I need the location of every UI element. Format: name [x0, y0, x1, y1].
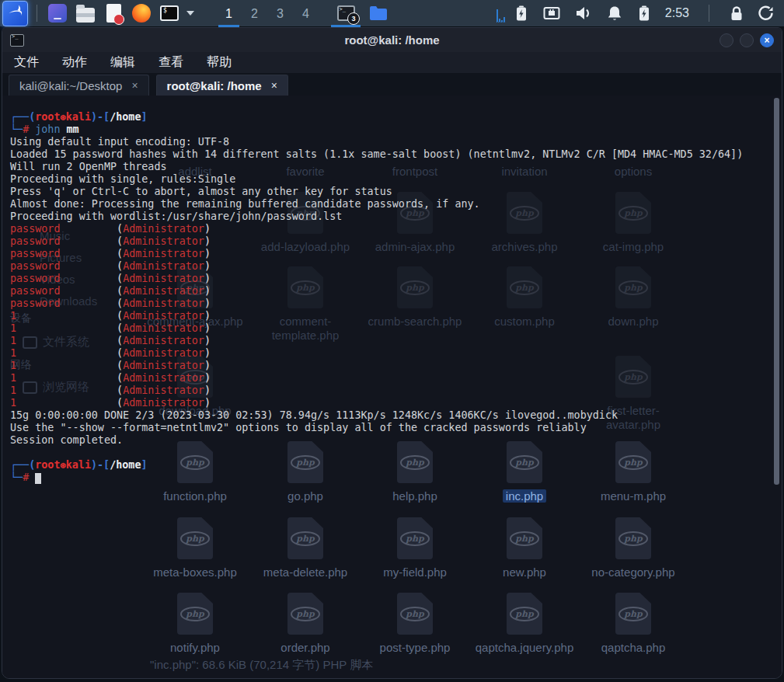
php-file-icon: php — [397, 517, 433, 559]
terminal-window-button[interactable]: 3 — [329, 0, 362, 27]
firefox-launcher[interactable] — [130, 2, 153, 25]
php-file-icon: php — [177, 517, 213, 559]
terminal-line: password (Administrator) — [10, 248, 743, 260]
window-count-badge: 3 — [347, 12, 360, 25]
file-manager-icon — [76, 8, 95, 23]
logout-icon[interactable] — [758, 5, 775, 22]
kali-menu-button[interactable] — [2, 1, 28, 26]
file-label: notify.php — [143, 641, 247, 655]
file-label: meta-boxes.php — [143, 565, 247, 579]
menu-item-3[interactable]: 查看 — [159, 54, 183, 71]
terminal[interactable]: "inc.php": 68.6 KiB (70,214 字节) PHP 脚本 a… — [2, 96, 782, 678]
window-manager-icon — [48, 4, 67, 23]
kali-logo-icon — [7, 3, 24, 23]
menu-bar: 文件动作编辑查看帮助 — [2, 52, 782, 73]
battery-icon[interactable] — [514, 5, 529, 22]
file-label: new.php — [472, 565, 577, 579]
terminal-line: 1 (Administrator) — [10, 384, 743, 397]
lock-icon[interactable] — [729, 5, 744, 22]
titlebar[interactable]: root@kali: /home × — [2, 28, 782, 52]
text-editor-icon — [106, 4, 121, 23]
terminal-line: 1 (Administrator) — [10, 397, 743, 409]
terminal-line — [10, 447, 743, 459]
desktop: 1234 3 — [0, 0, 784, 682]
terminal-line: 1 (Administrator) — [10, 347, 743, 360]
menu-item-2[interactable]: 编辑 — [110, 54, 135, 71]
terminal-line: Use the "--show --format=netntlmv2" opti… — [10, 422, 743, 434]
text-editor-launcher[interactable] — [102, 2, 125, 25]
php-file-icon: php — [287, 593, 323, 635]
terminal-line: password (Administrator) — [10, 298, 743, 310]
close-button[interactable]: × — [760, 33, 774, 47]
workspace-3[interactable]: 3 — [267, 0, 293, 27]
panel-separator — [709, 5, 709, 22]
top-panel: 1234 3 — [0, 0, 784, 27]
menu-item-0[interactable]: 文件 — [14, 54, 39, 71]
menu-item-1[interactable]: 动作 — [62, 54, 87, 71]
minimize-button[interactable] — [720, 33, 733, 47]
terminal-line: Press 'q' or Ctrl-C to abort, almost any… — [10, 186, 743, 198]
tab-0[interactable]: kali@kali:~/Desktop× — [9, 75, 149, 96]
php-file-icon: php — [507, 517, 542, 559]
file-manager-statusbar-ghost: "inc.php": 68.6 KiB (70,214 字节) PHP 脚本 — [150, 658, 373, 673]
panel-separator — [37, 5, 37, 22]
maximize-button[interactable] — [740, 33, 754, 47]
terminal-line: Proceeding with single, rules:Single — [10, 173, 743, 186]
file-label: my-field.php — [363, 565, 467, 579]
file-label: function.php — [143, 489, 247, 503]
terminal-line: Almost done: Processing the remaining bu… — [10, 198, 743, 211]
file-label: go.php — [253, 489, 357, 503]
tab-close-icon[interactable]: × — [271, 79, 277, 92]
volume-icon[interactable] — [574, 5, 593, 22]
workspace-1[interactable]: 1 — [216, 0, 242, 27]
terminal-launcher-icon — [160, 5, 179, 21]
file-label: help.php — [363, 489, 467, 503]
window-list: 3 — [329, 0, 395, 27]
terminal-line: password (Administrator) — [10, 285, 743, 298]
power-manager-battery-icon[interactable] — [636, 5, 652, 22]
file-label: qaptcha.php — [581, 641, 685, 655]
tab-close-icon[interactable]: × — [131, 79, 138, 92]
notifications-bell-icon[interactable] — [606, 5, 623, 22]
file-label-selected: inc.php — [472, 489, 577, 503]
terminal-line: Will run 2 OpenMP threads — [10, 161, 743, 173]
menu-item-4[interactable]: 帮助 — [207, 54, 232, 71]
terminal-line: Proceeding with wordlist:/usr/share/john… — [10, 211, 743, 223]
tab-1[interactable]: root@kali: /home× — [156, 75, 288, 96]
php-file-icon: php — [177, 593, 213, 635]
file-label: meta-delete.php — [253, 565, 357, 579]
terminal-line: password (Administrator) — [10, 235, 743, 248]
terminal-line: └─# john mm — [10, 124, 743, 136]
php-file-icon: php — [507, 593, 542, 635]
tab-bar: kali@kali:~/Desktop×root@kali: /home× — [2, 73, 782, 96]
window-manager-launcher[interactable] — [46, 2, 69, 25]
panel-right: 2:53 — [497, 0, 784, 27]
terminal-line: ┌──(root⊛kali)-[/home] — [10, 459, 743, 471]
tab-label: kali@kali:~/Desktop — [19, 79, 122, 92]
file-label: post-type.php — [363, 641, 467, 655]
terminal-window: root@kali: /home × 文件动作编辑查看帮助 kali@kali:… — [2, 27, 782, 679]
file-manager-window-button[interactable] — [362, 0, 395, 27]
chevron-down-icon[interactable] — [186, 11, 194, 16]
terminal-line: Session completed. — [10, 434, 743, 447]
terminal-launcher[interactable] — [158, 2, 181, 25]
workspace-pager: 1234 — [216, 0, 319, 27]
terminal-line: 1 (Administrator) — [10, 360, 743, 372]
terminal-line: 1 (Administrator) — [10, 335, 743, 347]
php-file-icon: php — [397, 593, 433, 635]
terminal-line: 1 (Administrator) — [10, 322, 743, 335]
file-manager-launcher[interactable] — [74, 2, 97, 25]
php-file-icon: php — [615, 517, 651, 559]
window-terminal-icon[interactable] — [10, 34, 24, 47]
firefox-icon — [132, 4, 151, 23]
terminal-line: password (Administrator) — [10, 260, 743, 273]
terminal-scrollbar[interactable] — [774, 98, 779, 485]
file-label: menu-m.php — [581, 489, 685, 503]
network-icon[interactable] — [542, 5, 561, 21]
clock[interactable]: 2:53 — [665, 6, 689, 20]
cpu-graph[interactable] — [497, 5, 505, 23]
workspace-4[interactable]: 4 — [293, 0, 319, 27]
workspace-2[interactable]: 2 — [242, 0, 267, 27]
terminal-line: 15g 0:00:00:00 DONE 2/3 (2023-03-30 02:5… — [10, 409, 743, 422]
blue-folder-icon — [369, 5, 388, 21]
